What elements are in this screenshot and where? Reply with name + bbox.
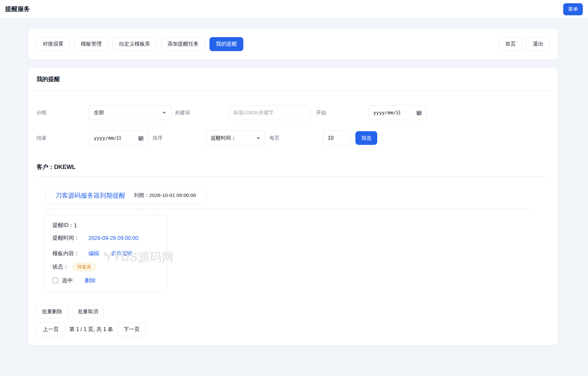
- select-checkbox[interactable]: [52, 278, 58, 283]
- dashed-divider: [45, 209, 532, 209]
- nav-card: 对接设置 模板管理 自定义模板库 添加提醒任务 我的提醒 首页 退出: [28, 28, 558, 60]
- customer-heading: 客户：DKEWL: [36, 163, 550, 171]
- keyword-input-wrap: [229, 105, 311, 120]
- per-page-input[interactable]: [328, 135, 346, 141]
- app-title: 提醒服务: [5, 5, 30, 13]
- nav-tabs: 对接设置 模板管理 自定义模板库 添加提醒任务 我的提醒: [36, 37, 243, 51]
- reminder-detail-card: 提醒ID： 1 提醒时间： 2026-09-28 09:00:00 模板内容： …: [45, 215, 167, 292]
- tab-add-reminder-task[interactable]: 添加提醒任务: [161, 37, 205, 51]
- form-edit-link[interactable]: 表单编辑: [111, 250, 132, 257]
- reminder-id-value: 1: [74, 222, 77, 229]
- start-date-placeholder: yyyy/mm/日: [373, 110, 401, 116]
- start-date-input[interactable]: yyyy/mm/日: [368, 105, 427, 120]
- edit-link[interactable]: 编辑: [89, 250, 99, 257]
- chevron-down-icon: [256, 136, 261, 140]
- tab-custom-template-library[interactable]: 自定义模板库: [112, 37, 157, 51]
- reminder-summary-card: 刀客源码服务器到期提醒 到期：2026-10-01 09:00:00: [45, 186, 206, 205]
- reminder-time-row: 提醒时间： 2026-09-28 09:00:00: [52, 234, 159, 242]
- batch-delete-button[interactable]: 批量删除: [36, 305, 68, 318]
- next-page-button[interactable]: 下一页: [117, 323, 146, 336]
- link-separator: |: [105, 251, 106, 256]
- due-label: 到期：: [134, 192, 150, 198]
- end-date-placeholder: yyyy/mm/日: [94, 135, 121, 141]
- keyword-label: 关键词: [171, 109, 229, 116]
- logout-button[interactable]: 退出: [526, 37, 550, 51]
- batch-actions: 批量删除 批量取消: [36, 305, 550, 318]
- select-label: 选中: [62, 277, 73, 284]
- panel-title: 我的提醒: [28, 68, 558, 91]
- home-button[interactable]: 首页: [499, 37, 522, 51]
- menu-button[interactable]: 菜单: [563, 3, 583, 15]
- reminder-title-link[interactable]: 刀客源码服务器到期提醒: [55, 191, 125, 200]
- status-row: 状态： 待发送: [52, 263, 159, 271]
- customer-label: 客户：: [36, 164, 54, 170]
- end-label: 结束: [36, 135, 89, 142]
- tab-template-management[interactable]: 模板管理: [74, 37, 108, 51]
- reminder-time-label: 提醒时间：: [52, 234, 79, 242]
- keyword-input[interactable]: [234, 110, 306, 116]
- start-label: 开始: [311, 109, 368, 116]
- sort-select[interactable]: 提醒时间 ↓: [206, 131, 265, 146]
- batch-cancel-button[interactable]: 批量取消: [72, 305, 104, 318]
- due-value: 2026-10-01 09:00:00: [149, 192, 196, 198]
- topbar: 提醒服务 菜单: [0, 0, 588, 19]
- pagination: 上一页 第 1 / 1 页, 共 1 条 下一页: [36, 323, 550, 336]
- group-select-value: 全部: [94, 109, 104, 116]
- my-reminders-panel: 我的提醒 分组 全部 关键词 开始: [28, 67, 558, 346]
- status-badge: 待发送: [73, 263, 96, 271]
- group-select[interactable]: 全部: [89, 105, 171, 120]
- reminder-time-link[interactable]: 2026-09-28 09:00:00: [89, 235, 138, 241]
- select-row: 选中 删除: [52, 277, 159, 284]
- page-info: 第 1 / 1 页, 共 1 条: [69, 326, 113, 333]
- reminder-due: 到期：2026-10-01 09:00:00: [134, 192, 196, 199]
- nav-right-actions: 首页 退出: [499, 37, 550, 51]
- filter-button[interactable]: 筛选: [355, 131, 377, 145]
- sort-select-value: 提醒时间 ↓: [211, 135, 235, 142]
- reminder-id-row: 提醒ID： 1: [52, 222, 159, 229]
- chevron-down-icon: [162, 110, 166, 115]
- filter-section: 分组 全部 关键词 开始 yyyy/mm/日: [36, 91, 550, 146]
- delete-link[interactable]: 删除: [85, 277, 96, 284]
- tab-my-reminders[interactable]: 我的提醒: [209, 37, 243, 51]
- reminder-id-label: 提醒ID：: [52, 222, 74, 229]
- prev-page-button[interactable]: 上一页: [36, 323, 65, 336]
- group-label: 分组: [36, 109, 89, 116]
- per-page-label: 每页: [265, 135, 323, 142]
- template-label: 模板内容：: [52, 250, 79, 257]
- template-row: 模板内容： 编辑 | 表单编辑: [52, 250, 159, 257]
- calendar-icon[interactable]: [416, 110, 422, 116]
- tab-connection-settings[interactable]: 对接设置: [36, 37, 70, 51]
- calendar-icon[interactable]: [138, 135, 144, 141]
- per-page-input-wrap: [323, 131, 351, 146]
- status-label: 状态：: [52, 263, 69, 271]
- sort-label: 排序: [149, 135, 206, 142]
- customer-name: DKEWL: [54, 164, 76, 170]
- end-date-input[interactable]: yyyy/mm/日: [89, 131, 149, 146]
